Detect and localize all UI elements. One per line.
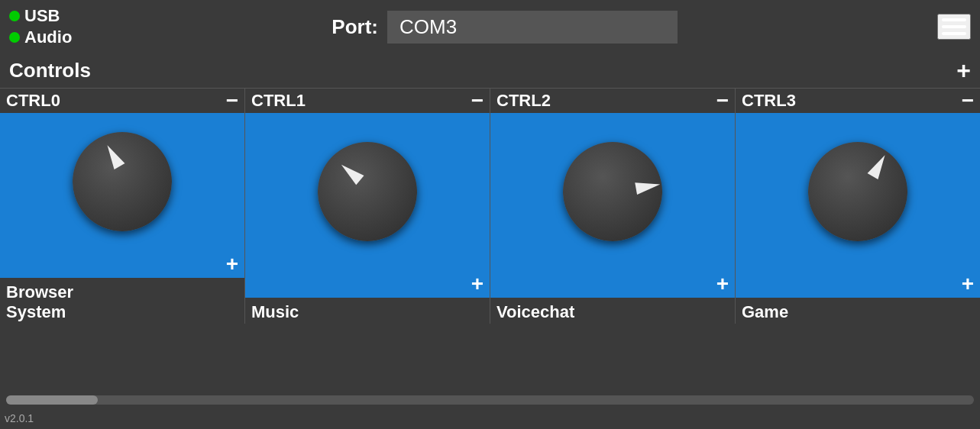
ctrl-panel-3: CTRL3 − + Game	[736, 89, 980, 324]
ctrl1-label-line1: Music	[251, 302, 484, 322]
ctrl2-id: CTRL2	[496, 91, 551, 111]
ctrl2-body	[490, 113, 735, 270]
ctrl2-knob[interactable]	[563, 142, 662, 241]
version-text: v2.0.1	[5, 412, 34, 424]
menu-button[interactable]	[937, 14, 971, 40]
ctrl3-plus-row: +	[736, 270, 980, 298]
hamburger-line-1	[942, 18, 966, 21]
ctrl1-label: Music	[245, 298, 490, 324]
ctrl3-label: Game	[736, 298, 980, 324]
ctrl1-knob[interactable]	[318, 142, 417, 241]
bottom-area	[0, 392, 980, 408]
ctrl3-knob-container[interactable]	[808, 142, 907, 241]
ctrl3-knob[interactable]	[808, 142, 907, 241]
controls-title: Controls	[9, 59, 91, 82]
ctrl1-body	[245, 113, 490, 270]
ctrl3-id: CTRL3	[742, 91, 796, 111]
ctrl0-knob-container[interactable]	[73, 132, 172, 231]
ctrl3-header: CTRL3 −	[736, 89, 980, 113]
ctrl2-plus-row: +	[490, 270, 735, 298]
ctrl0-minus-button[interactable]: −	[226, 90, 238, 111]
usb-label: USB	[24, 6, 60, 26]
ctrl-panel-0: CTRL0 − + Browser System	[0, 89, 245, 324]
controls-header: Controls +	[0, 53, 980, 88]
port-area: Port:	[332, 11, 678, 44]
ctrl3-body	[736, 113, 980, 270]
ctrl2-plus-button[interactable]: +	[716, 272, 729, 296]
audio-status: Audio	[9, 27, 72, 47]
ctrl0-header: CTRL0 −	[0, 89, 244, 113]
ctrl1-plus-row: +	[245, 270, 490, 298]
ctrl1-minus-button[interactable]: −	[471, 90, 484, 111]
ctrl0-knob-indicator	[102, 142, 125, 169]
ctrl1-knob-indicator	[338, 160, 364, 185]
scrollbar-track[interactable]	[6, 395, 974, 405]
usb-dot	[9, 11, 20, 21]
ctrl3-plus-button[interactable]: +	[962, 272, 974, 296]
ctrl3-knob-indicator	[868, 152, 891, 179]
ctrl0-label-line1: Browser	[6, 282, 238, 302]
ctrl2-minus-button[interactable]: −	[716, 90, 729, 111]
hamburger-line-2	[942, 25, 966, 28]
add-control-button[interactable]: +	[956, 56, 971, 85]
ctrl0-knob[interactable]	[73, 132, 172, 231]
port-input[interactable]	[387, 11, 678, 44]
status-indicators: USB Audio	[9, 6, 72, 47]
controls-row: CTRL0 − + Browser System CTRL1 −	[0, 88, 980, 324]
scrollbar-thumb[interactable]	[6, 395, 98, 405]
header: USB Audio Port:	[0, 0, 980, 53]
ctrl3-label-line1: Game	[742, 302, 974, 322]
ctrl0-body	[0, 113, 244, 250]
ctrl1-knob-container[interactable]	[318, 142, 417, 241]
ctrl0-plus-row: +	[0, 250, 244, 278]
ctrl2-header: CTRL2 −	[490, 89, 735, 113]
ctrl2-knob-container[interactable]	[563, 142, 662, 241]
ctrl1-header: CTRL1 −	[245, 89, 490, 113]
ctrl0-id: CTRL0	[6, 91, 60, 111]
ctrl3-minus-button[interactable]: −	[962, 90, 974, 111]
ctrl2-label: Voicechat	[490, 298, 735, 324]
ctrl1-id: CTRL1	[251, 91, 306, 111]
ctrl-panel-2: CTRL2 − + Voicechat	[490, 89, 736, 324]
ctrl0-label-line2: System	[6, 302, 238, 322]
ctrl2-label-line1: Voicechat	[496, 302, 729, 322]
ctrl0-label: Browser System	[0, 278, 244, 324]
port-label: Port:	[332, 15, 378, 39]
hamburger-line-3	[942, 32, 966, 35]
audio-label: Audio	[24, 27, 72, 47]
ctrl0-plus-button[interactable]: +	[226, 252, 238, 276]
ctrl-panel-1: CTRL1 − + Music	[245, 89, 490, 324]
ctrl2-knob-indicator	[635, 179, 661, 195]
ctrl1-plus-button[interactable]: +	[471, 272, 484, 296]
audio-dot	[9, 32, 20, 43]
usb-status: USB	[9, 6, 72, 26]
